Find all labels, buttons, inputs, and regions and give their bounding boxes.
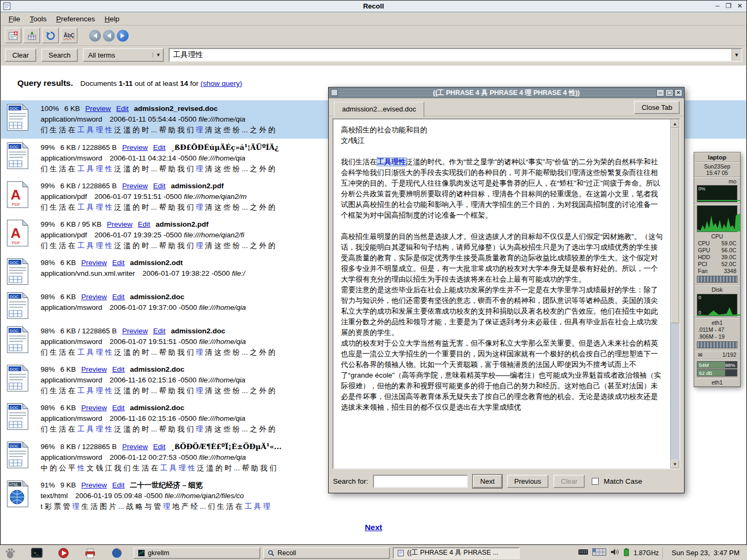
edit-link[interactable]: Edit	[112, 481, 124, 489]
doc-history-icon[interactable]	[5, 28, 21, 43]
result-score: 99%	[41, 182, 55, 190]
preview-clear-button[interactable]: Clear	[553, 475, 585, 488]
preview-tab-bar: admission2...evised.doc Close Tab	[329, 98, 684, 116]
gkrellm-cpu: CPU CPU59.0C GPU56.0C HDD39.0C PCI52.0C …	[694, 204, 740, 285]
workspace-pager-icon[interactable]	[592, 548, 606, 558]
preview-scrollbar[interactable]: ▲ ▼	[670, 119, 679, 468]
menu-preferences[interactable]: Preferences	[51, 13, 100, 25]
edit-link[interactable]: Edit	[112, 365, 124, 373]
firefox-icon[interactable]	[110, 547, 124, 559]
preview-link[interactable]: Preview	[81, 365, 107, 373]
scroll-down-icon[interactable]: ▼	[671, 460, 679, 468]
cpu-chart	[697, 205, 737, 232]
search-input[interactable]	[170, 51, 732, 59]
media-player-icon[interactable]	[57, 547, 70, 559]
result-datetime: 2006-01-11 04:32:14 -0500	[110, 154, 197, 162]
preview-tab[interactable]: admission2...evised.doc	[334, 102, 424, 117]
preview-next-button[interactable]: Next	[473, 475, 502, 488]
show-query-link[interactable]: (show query)	[201, 79, 242, 87]
nav-next-page-icon[interactable]	[117, 30, 129, 42]
taskbar-item-recoll[interactable]: Recoll	[263, 547, 390, 559]
next-page-link[interactable]: Next	[365, 523, 383, 532]
preview-link[interactable]: Preview	[107, 220, 132, 228]
result-url: file:/	[232, 269, 245, 277]
maximize-icon[interactable]: ❐	[724, 2, 733, 11]
clear-button[interactable]: Clear	[5, 49, 36, 62]
edit-link[interactable]: Edit	[116, 105, 129, 113]
cpu-frequency[interactable]: 1.87GHz	[633, 549, 658, 557]
taskbar-item-gkrellm[interactable]: gkrellm	[133, 547, 260, 559]
svg-text:HTML: HTML	[9, 483, 19, 486]
term-explorer-icon[interactable]: ÂbÇ	[61, 28, 77, 43]
edit-link[interactable]: Edit	[112, 293, 124, 301]
result-url: file:///home/qia	[198, 414, 245, 422]
preview-previous-button[interactable]: Previous	[507, 475, 549, 488]
preview-close-icon[interactable]: ✕	[674, 89, 682, 97]
preview-maximize-icon[interactable]: ▢	[665, 89, 673, 97]
nav-previous-page-icon[interactable]	[103, 30, 115, 42]
result-size: 6 KB	[60, 293, 76, 301]
edit-link[interactable]: Edit	[153, 327, 165, 335]
result-mimetype: application/msword	[41, 154, 102, 162]
edit-link[interactable]: Edit	[153, 182, 165, 190]
preview-search-input[interactable]	[373, 475, 468, 488]
search-history-chevron-icon[interactable]: ▼	[732, 49, 741, 61]
edit-link[interactable]: Edit	[153, 143, 165, 151]
result-size: 6 KB	[60, 259, 76, 267]
edit-link[interactable]: Edit	[138, 220, 150, 228]
gnome-foot-icon[interactable]	[3, 547, 17, 559]
result-title: admission2.pdf	[171, 182, 224, 190]
scrollbar-thumb[interactable]	[671, 128, 679, 323]
scroll-up-icon[interactable]: ▲	[671, 119, 679, 128]
menu-file[interactable]: File	[4, 13, 25, 25]
advanced-search-icon[interactable]	[23, 28, 40, 43]
doc-icon: DOC	[5, 292, 30, 319]
speaker-icon[interactable]	[610, 548, 619, 558]
mail-icon: ✉	[698, 351, 703, 358]
preview-link[interactable]: Preview	[122, 143, 148, 151]
preview-link[interactable]: Preview	[122, 443, 148, 451]
taskbar-clock[interactable]: Sun Sep 23, 3:47 PM	[667, 549, 744, 557]
preview-window-title: ((工 PHRASE 4 具 PHRASE 4 理 PHRASE 4 性))	[433, 89, 579, 97]
preview-link[interactable]: Preview	[85, 105, 111, 113]
result-datetime: 2006-01-07 19:37:00 -0500	[110, 303, 197, 311]
close-tab-button[interactable]: Close Tab	[634, 101, 680, 114]
preview-link[interactable]: Preview	[81, 293, 107, 301]
edit-link[interactable]: Edit	[153, 443, 165, 451]
preview-minimize-icon[interactable]: –	[656, 89, 664, 97]
preview-window-icon	[331, 89, 338, 96]
preview-link[interactable]: Preview	[81, 259, 107, 267]
match-case-checkbox[interactable]	[592, 478, 599, 485]
taskbar-item-preview[interactable]: ((工 PHRASE 4 具 PHRASE ...	[393, 547, 520, 559]
edit-link[interactable]: Edit	[112, 404, 124, 412]
search-button[interactable]: Search	[41, 49, 78, 62]
nav-first-page-icon[interactable]	[89, 30, 101, 42]
battery-icon[interactable]	[623, 548, 630, 558]
result-datetime: 2006-01-19 05:09:48 -0500	[75, 492, 163, 500]
preview-link[interactable]: Preview	[122, 182, 148, 190]
gkrellm-time: 15:47 05	[694, 170, 740, 176]
preview-link[interactable]: Preview	[81, 404, 107, 412]
keyboard-layout-icon[interactable]	[578, 548, 589, 558]
result-score: 91%	[41, 481, 55, 489]
search-mode-select[interactable]: All terms ▼	[83, 48, 164, 62]
result-total: 14	[180, 79, 188, 87]
terminal-icon[interactable]: >_	[30, 547, 44, 559]
result-score: 98%	[41, 293, 55, 301]
memory-bar: 54M98%	[697, 361, 737, 369]
menu-tools[interactable]: Tools	[25, 13, 52, 25]
preview-window: ((工 PHRASE 4 具 PHRASE 4 理 PHRASE 4 性)) –…	[328, 87, 685, 493]
preview-titlebar[interactable]: ((工 PHRASE 4 具 PHRASE 4 理 PHRASE 4 性)) –…	[329, 87, 684, 98]
menu-help[interactable]: Help	[100, 13, 124, 25]
close-icon[interactable]: ✕	[735, 2, 744, 11]
recoll-titlebar[interactable]: Recoll – ❐ ✕	[1, 1, 746, 12]
result-mimetype: application/msword	[41, 115, 102, 123]
edit-link[interactable]: Edit	[112, 259, 124, 267]
search-row: Clear Search All terms ▼ ▼	[1, 46, 746, 64]
preview-link[interactable]: Preview	[122, 327, 148, 335]
preview-link[interactable]: Preview	[81, 481, 107, 489]
printer-icon[interactable]	[83, 547, 97, 559]
doc-icon: DOC	[5, 364, 30, 396]
sort-params-icon[interactable]	[42, 28, 59, 43]
minimize-icon[interactable]: –	[713, 2, 722, 11]
